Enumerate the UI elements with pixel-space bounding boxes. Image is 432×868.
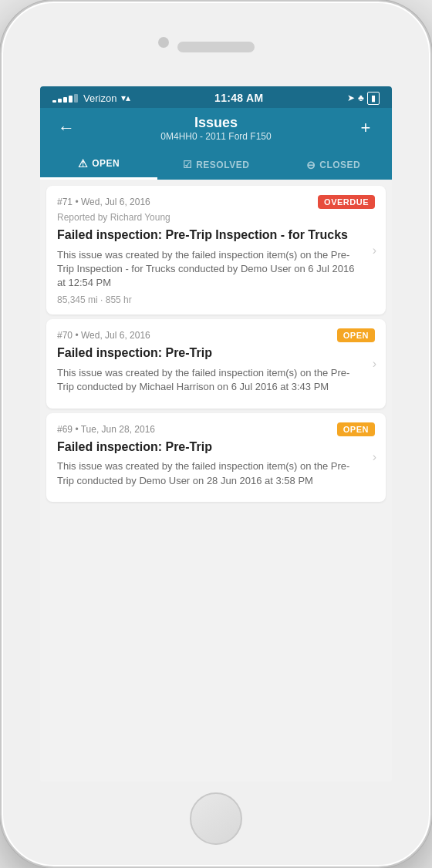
closed-tab-icon: ⊖ [306, 159, 316, 171]
header-subtitle: 0M4HH0 - 2011 Ford F150 [80, 131, 352, 142]
location-icon: ➤ [347, 93, 355, 103]
card-header-row-69: #69 • Tue, Jun 28, 2016 OPEN [57, 422, 375, 436]
header-center: Issues 0M4HH0 - 2011 Ford F150 [80, 115, 352, 142]
add-button[interactable]: + [352, 114, 380, 142]
tab-closed[interactable]: ⊖ CLOSED [275, 150, 392, 180]
carrier-label: Verizon [83, 93, 116, 104]
reporter-71: Reported by Richard Young [57, 212, 375, 223]
back-button[interactable]: ← [52, 114, 80, 142]
status-left: Verizon ▾▴ [52, 93, 130, 104]
signal-dots [52, 94, 78, 103]
issue-meta-70: #70 • Wed, Jul 6, 2016 [57, 330, 150, 341]
issue-date-70: Wed, Jul 6, 2016 [81, 330, 150, 341]
status-time: 11:48 AM [214, 92, 263, 104]
tab-resolved[interactable]: ☑ RESOLVED [157, 150, 275, 180]
signal-dot-2 [58, 99, 62, 103]
phone-camera [158, 37, 169, 48]
issue-title-71: Failed inspection: Pre-Trip Inspection -… [57, 227, 375, 244]
issues-list: #71 • Wed, Jul 6, 2016 OVERDUE Reported … [40, 180, 392, 508]
card-header-row-70: #70 • Wed, Jul 6, 2016 OPEN [57, 328, 375, 342]
open-tab-icon: ⚠ [78, 157, 89, 170]
chevron-right-71: › [373, 244, 376, 257]
issue-card-69[interactable]: #69 • Tue, Jun 28, 2016 OPEN Failed insp… [46, 413, 386, 502]
status-bar: Verizon ▾▴ 11:48 AM ➤ ♣ ▮ [40, 86, 392, 108]
chevron-right-70: › [373, 357, 376, 371]
card-header-row-71: #71 • Wed, Jul 6, 2016 OVERDUE [57, 195, 375, 209]
issue-id-69: #69 [57, 424, 73, 435]
issue-date-sep-69: • [75, 424, 80, 435]
resolved-tab-icon: ☑ [183, 159, 193, 170]
issue-description-71: This issue was created by the failed ins… [57, 248, 375, 291]
resolved-tab-label: RESOLVED [196, 160, 249, 170]
wifi-icon: ▾▴ [121, 93, 130, 103]
signal-dot-3 [63, 97, 67, 103]
issue-date-69: Tue, Jun 28, 2016 [81, 424, 155, 435]
open-tab-label: OPEN [92, 158, 120, 169]
bluetooth-icon: ♣ [358, 93, 364, 103]
header-title: Issues [80, 115, 352, 131]
issue-date-sep-71: • [75, 197, 81, 207]
signal-dot-5 [74, 94, 78, 103]
issue-date-71: Wed, Jul 6, 2016 [81, 197, 150, 207]
home-button[interactable] [190, 792, 242, 845]
issue-meta-71: #71 • Wed, Jul 6, 2016 [57, 197, 150, 207]
signal-dot-1 [52, 100, 56, 103]
badge-open-70: OPEN [337, 328, 375, 342]
phone-screen: Verizon ▾▴ 11:48 AM ➤ ♣ ▮ ← Issues 0M4HH… [40, 86, 392, 782]
issue-meta-69: #69 • Tue, Jun 28, 2016 [57, 424, 155, 435]
issue-date-sep-70: • [75, 330, 81, 341]
app-header: ← Issues 0M4HH0 - 2011 Ford F150 + [40, 108, 392, 150]
chevron-right-69: › [373, 450, 376, 464]
issue-card-71[interactable]: #71 • Wed, Jul 6, 2016 OVERDUE Reported … [46, 186, 386, 315]
closed-tab-label: CLOSED [319, 160, 360, 170]
phone-frame: Verizon ▾▴ 11:48 AM ➤ ♣ ▮ ← Issues 0M4HH… [0, 0, 432, 868]
issue-description-70: This issue was created by the failed ins… [57, 366, 375, 394]
badge-overdue-71: OVERDUE [318, 195, 375, 209]
badge-open-69: OPEN [337, 422, 375, 436]
tab-bar: ⚠ OPEN ☑ RESOLVED ⊖ CLOSED [40, 150, 392, 180]
issue-title-70: Failed inspection: Pre-Trip [57, 345, 375, 362]
signal-dot-4 [69, 96, 73, 103]
tab-open[interactable]: ⚠ OPEN [40, 150, 157, 180]
battery-icon: ▮ [367, 92, 380, 105]
status-right: ➤ ♣ ▮ [347, 92, 380, 105]
phone-speaker [177, 42, 255, 52]
issue-id-71: #71 [57, 197, 73, 207]
issue-id-70: #70 [57, 330, 73, 341]
issue-description-69: This issue was created by the failed ins… [57, 459, 375, 487]
issue-card-70[interactable]: #70 • Wed, Jul 6, 2016 OPEN Failed inspe… [46, 319, 386, 408]
issue-title-69: Failed inspection: Pre-Trip [57, 439, 375, 456]
issue-stats-71: 85,345 mi · 855 hr [57, 294, 375, 305]
